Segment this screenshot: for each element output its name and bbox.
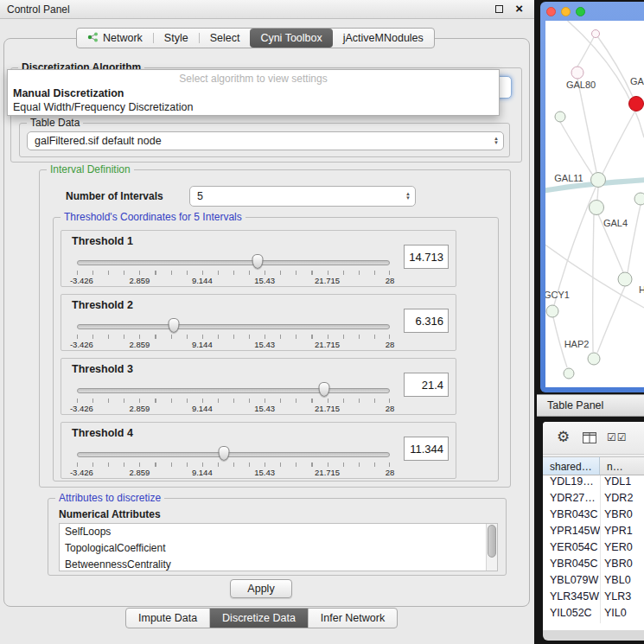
- slider-ticks: [77, 271, 390, 275]
- network-node[interactable]: [564, 368, 574, 379]
- scale-tick-label: 21.715: [315, 340, 340, 349]
- thresholds-title: Threshold's Coordinates for 5 Intervals: [61, 211, 245, 223]
- apply-button[interactable]: Apply: [230, 579, 292, 598]
- tab-impute-data[interactable]: Impute Data: [126, 609, 209, 628]
- slider-track[interactable]: [77, 388, 390, 393]
- table-row[interactable]: YBR043CYBR0: [543, 508, 644, 525]
- scrollbar-thumb[interactable]: [488, 525, 496, 558]
- threshold-2-label: Threshold 2: [72, 299, 133, 311]
- columns-icon[interactable]: [583, 431, 596, 447]
- list-item[interactable]: BetweennessCentrality: [60, 557, 497, 571]
- list-item[interactable]: TopologicalCoefficient: [60, 540, 497, 557]
- cell: YIL0: [600, 607, 644, 623]
- threshold-4-slider-thumb[interactable]: [219, 446, 230, 461]
- network-node[interactable]: [618, 272, 632, 286]
- slider-track[interactable]: [77, 452, 390, 457]
- list-item[interactable]: SelfLoops: [60, 524, 497, 540]
- bottom-tabs: Impute Data Discretize Data Infer Networ…: [125, 608, 398, 628]
- scale-tick-label: 28: [386, 276, 395, 285]
- float-window-icon[interactable]: [495, 5, 503, 13]
- scale-tick-label: -3.426: [70, 404, 93, 413]
- dropdown-option-manual[interactable]: Manual Discretization: [8, 85, 499, 99]
- threshold-2-slider[interactable]: -3.426 2.859 9.144 15.43 21.715 28: [77, 317, 390, 350]
- cell: YPR1: [600, 525, 644, 541]
- table-row[interactable]: YIL052CYIL0: [543, 607, 644, 623]
- network-tab-icon: [87, 32, 99, 45]
- tab-cyni-toolbox[interactable]: Cyni Toolbox: [250, 29, 332, 48]
- cell: YLR3: [600, 590, 644, 607]
- tab-infer-network[interactable]: Infer Network: [308, 609, 397, 628]
- network-node[interactable]: [592, 30, 600, 38]
- threshold-4-slider[interactable]: -3.426 2.859 9.144 15.43 21.715 28: [77, 445, 390, 478]
- select-columns-icon[interactable]: [607, 431, 628, 443]
- attributes-list: SelfLoops TopologicalCoefficient Between…: [59, 523, 498, 571]
- network-node[interactable]: [590, 201, 604, 215]
- table-row[interactable]: YBR045CYBR0: [543, 558, 644, 574]
- threshold-3-slider[interactable]: -3.426 2.859 9.144 15.43 21.715 28: [77, 381, 390, 414]
- table-row[interactable]: YER054CYER0: [543, 541, 644, 558]
- cell: YBR0: [600, 558, 644, 574]
- control-panel-tabs: Network Style Select Cyni Toolbox jActiv…: [76, 28, 435, 48]
- threshold-2-value-field[interactable]: [404, 309, 449, 333]
- scale-tick-label: 2.859: [130, 404, 150, 413]
- threshold-3-value-field[interactable]: [404, 373, 449, 397]
- network-node[interactable]: [588, 353, 600, 365]
- dropdown-option-equal-width[interactable]: Equal Width/Frequency Discretization: [8, 99, 499, 113]
- threshold-3-panel: Threshold 3 -3.426 2.859 9.144 15.43 21.…: [61, 358, 456, 415]
- dropdown-hint: Select algorithm to view settings: [8, 70, 499, 85]
- table-row[interactable]: YLR345WYLR3: [543, 590, 644, 607]
- control-panel-titlebar: Control Panel: [0, 0, 534, 19]
- table-row[interactable]: YPR145WYPR1: [543, 525, 644, 541]
- network-node[interactable]: [634, 193, 644, 205]
- scale-tick-label: 9.144: [192, 404, 213, 413]
- tab-label: Style: [164, 32, 188, 44]
- network-node-selected-red[interactable]: [629, 97, 644, 112]
- threshold-3-slider-thumb[interactable]: [318, 382, 329, 397]
- minimize-traffic-light-icon[interactable]: [561, 7, 571, 16]
- threshold-1-value-field[interactable]: [404, 245, 449, 269]
- threshold-2-slider-thumb[interactable]: [169, 318, 180, 333]
- node-label: GCY1: [545, 290, 570, 300]
- table-row[interactable]: YBL079WYBL0: [543, 574, 644, 590]
- threshold-1-panel: Threshold 1 -3.426 2.859 9.144 15.43 21.…: [61, 230, 456, 287]
- list-scrollbar[interactable]: [486, 524, 497, 571]
- threshold-1-slider-thumb[interactable]: [252, 254, 263, 269]
- column-header-name[interactable]: n…: [600, 456, 644, 475]
- threshold-3-label: Threshold 3: [72, 363, 133, 375]
- slider-track[interactable]: [77, 260, 390, 265]
- network-canvas[interactable]: GAL80 GA GAL11 GAL4 GCY1 HAP2 H: [545, 21, 644, 387]
- zoom-traffic-light-icon[interactable]: [576, 7, 585, 16]
- tab-select[interactable]: Select: [200, 29, 251, 48]
- combo-arrows-icon: [489, 137, 503, 145]
- tab-discretize-data[interactable]: Discretize Data: [209, 609, 308, 628]
- cell: YBL0: [600, 574, 644, 590]
- scale-tick-label: 28: [386, 404, 395, 413]
- threshold-4-value-field[interactable]: [404, 437, 449, 461]
- threshold-1-slider[interactable]: -3.426 2.859 9.144 15.43 21.715 28: [77, 253, 390, 286]
- network-node[interactable]: [555, 112, 565, 122]
- scale-tick-label: -3.426: [70, 276, 93, 285]
- number-of-intervals-combobox[interactable]: 5: [189, 186, 416, 207]
- cell: YER054C: [543, 541, 600, 558]
- interval-definition-title: Interval Definition: [47, 163, 134, 175]
- node-label: GAL11: [554, 173, 583, 183]
- table-body: YDL19…YDL1 YDR27…YDR2 YBR043CYBR0 YPR145…: [543, 475, 644, 630]
- tab-network[interactable]: Network: [77, 29, 153, 48]
- scale-tick-label: 2.859: [130, 276, 150, 285]
- table-data-combobox[interactable]: galFiltered.sif default node: [27, 131, 504, 150]
- close-traffic-light-icon[interactable]: [546, 7, 556, 16]
- tab-style[interactable]: Style: [154, 29, 199, 48]
- network-node[interactable]: [591, 173, 606, 188]
- close-icon[interactable]: [515, 1, 523, 16]
- gear-icon[interactable]: [557, 428, 570, 446]
- table-data-value: galFiltered.sif default node: [28, 135, 489, 147]
- slider-track[interactable]: [77, 324, 390, 329]
- network-node[interactable]: [546, 305, 558, 317]
- table-row[interactable]: YDL19…YDL1: [543, 475, 644, 492]
- column-header-shared[interactable]: shared…: [543, 456, 600, 475]
- cell: YPR145W: [543, 525, 600, 541]
- network-node[interactable]: [571, 67, 583, 79]
- table-row[interactable]: YDR27…YDR2: [543, 492, 644, 508]
- tab-jactivemnodules[interactable]: jActiveMNodules: [333, 29, 434, 48]
- scale-tick-label: -3.426: [70, 468, 93, 477]
